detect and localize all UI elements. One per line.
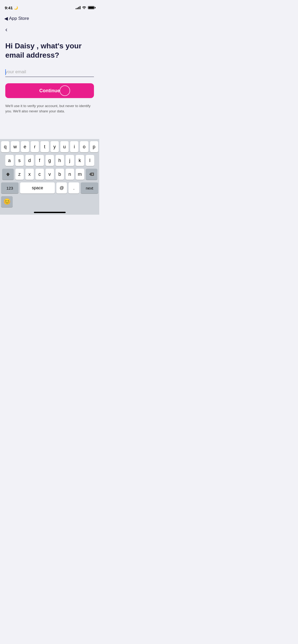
moon-icon: 🌙 bbox=[14, 6, 18, 10]
app-store-back[interactable]: ◀ App Store bbox=[4, 16, 29, 21]
key-o[interactable]: o bbox=[80, 141, 88, 152]
key-u[interactable]: u bbox=[60, 141, 69, 152]
back-button-row: ‹ bbox=[0, 23, 99, 33]
key-p[interactable]: p bbox=[90, 141, 98, 152]
key-i[interactable]: i bbox=[70, 141, 78, 152]
wifi-icon bbox=[82, 6, 86, 10]
key-t[interactable]: t bbox=[40, 141, 49, 152]
key-x[interactable]: x bbox=[25, 169, 34, 180]
key-f[interactable]: f bbox=[35, 155, 44, 166]
key-c[interactable]: c bbox=[35, 169, 44, 180]
at-key[interactable]: @ bbox=[56, 182, 67, 194]
next-key[interactable]: next bbox=[81, 182, 98, 194]
key-a[interactable]: a bbox=[5, 155, 14, 166]
home-indicator bbox=[0, 209, 99, 215]
key-w[interactable]: w bbox=[11, 141, 19, 152]
continue-button[interactable]: Continue bbox=[5, 83, 94, 98]
home-bar bbox=[34, 212, 66, 213]
key-n[interactable]: n bbox=[66, 169, 74, 180]
status-right bbox=[76, 6, 94, 10]
status-bar: 9:41 🌙 bbox=[0, 0, 99, 12]
page-heading: Hi Daisy , what's your email address? bbox=[5, 41, 94, 60]
key-v[interactable]: v bbox=[46, 169, 54, 180]
key-s[interactable]: s bbox=[15, 155, 24, 166]
key-z[interactable]: z bbox=[15, 169, 24, 180]
key-m[interactable]: m bbox=[76, 169, 84, 180]
key-d[interactable]: d bbox=[25, 155, 34, 166]
key-g[interactable]: g bbox=[46, 155, 54, 166]
shift-key[interactable] bbox=[2, 169, 14, 180]
key-k[interactable]: k bbox=[76, 155, 84, 166]
key-e[interactable]: e bbox=[21, 141, 29, 152]
space-key[interactable]: space bbox=[20, 182, 55, 194]
back-chevron-icon: ◀ bbox=[4, 16, 8, 21]
continue-button-label: Continue bbox=[39, 88, 60, 94]
signal-icon bbox=[76, 6, 80, 9]
period-key[interactable]: . bbox=[69, 182, 79, 194]
keyboard-row-4: 123 space @ . next bbox=[0, 182, 99, 194]
back-button[interactable]: ‹ bbox=[5, 26, 7, 33]
text-cursor bbox=[5, 69, 6, 75]
main-content: Hi Daisy , what's your email address? Co… bbox=[0, 33, 99, 114]
privacy-text: We'll use it to verify your account, but… bbox=[5, 103, 94, 114]
ripple-effect bbox=[60, 85, 70, 96]
key-b[interactable]: b bbox=[56, 169, 64, 180]
key-h[interactable]: h bbox=[56, 155, 64, 166]
app-store-label: App Store bbox=[9, 16, 29, 21]
key-l[interactable]: l bbox=[86, 155, 94, 166]
key-j[interactable]: j bbox=[66, 155, 74, 166]
keyboard-row-3: z x c v b n m bbox=[0, 169, 99, 180]
keyboard-bottom: 😊 bbox=[0, 196, 99, 209]
keyboard-row-1: q w e r t y u i o p bbox=[0, 141, 99, 152]
key-q[interactable]: q bbox=[1, 141, 9, 152]
keyboard: q w e r t y u i o p a s d f g h j k l z … bbox=[0, 139, 99, 215]
nav-bar: ◀ App Store bbox=[0, 12, 99, 23]
email-input[interactable] bbox=[5, 67, 94, 77]
status-time: 9:41 🌙 bbox=[5, 6, 18, 10]
key-r[interactable]: r bbox=[31, 141, 39, 152]
emoji-button[interactable]: 😊 bbox=[1, 196, 13, 207]
battery-icon bbox=[88, 6, 94, 9]
key-y[interactable]: y bbox=[51, 141, 59, 152]
time-display: 9:41 bbox=[5, 6, 13, 10]
keyboard-row-2: a s d f g h j k l bbox=[0, 155, 99, 166]
numbers-key[interactable]: 123 bbox=[1, 182, 19, 194]
delete-key[interactable] bbox=[86, 169, 97, 180]
email-input-wrapper bbox=[5, 67, 94, 77]
